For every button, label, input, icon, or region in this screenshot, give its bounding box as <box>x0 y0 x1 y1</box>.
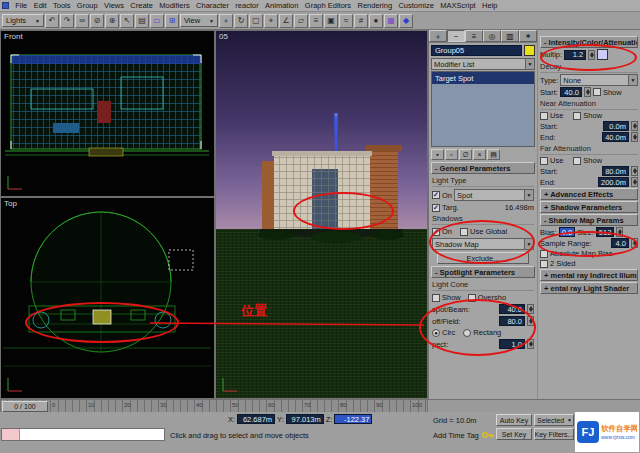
configure-modifier-sets-icon[interactable]: ▤ <box>487 149 500 160</box>
rollout-shadow-parameters[interactable]: + Shadow Parameters <box>540 201 638 213</box>
bias-field[interactable]: 0.0 <box>559 227 575 237</box>
move-icon[interactable]: ＋ <box>219 14 233 28</box>
maxscript-macro-cell[interactable] <box>2 429 20 440</box>
menu-customize[interactable]: Customize <box>395 1 437 10</box>
y-coordinate-field[interactable]: 97.013m <box>286 414 324 424</box>
far-end-spinner[interactable] <box>631 177 638 187</box>
quick-render-icon[interactable]: ◆ <box>399 14 413 28</box>
light-type-dropdown[interactable]: Spot ▼ <box>454 189 534 201</box>
menu-tools[interactable]: Tools <box>50 1 74 10</box>
set-key-button[interactable]: Set Key <box>496 428 532 440</box>
sample-range-spinner[interactable] <box>631 238 638 248</box>
far-start-field[interactable]: 80.0m <box>602 166 629 176</box>
rollout-mental-ray-shader[interactable]: + ental ray Light Shader <box>540 282 638 294</box>
overshoot-checkbox[interactable] <box>468 294 476 302</box>
make-unique-icon[interactable]: ∅ <box>459 149 472 160</box>
auto-key-button[interactable]: Auto Key <box>496 414 532 426</box>
keyboard-override-key-icon[interactable] <box>482 430 494 440</box>
selection-set-dropdown[interactable]: Selected ▼ <box>534 414 574 426</box>
viewport-front[interactable]: Front <box>0 30 215 197</box>
use-global-checkbox[interactable] <box>460 228 468 236</box>
window-crossing-icon[interactable]: ⊞ <box>165 14 179 28</box>
absolute-map-bias-checkbox[interactable] <box>540 250 548 258</box>
bind-spacewarp-icon[interactable]: ⊕ <box>105 14 119 28</box>
aspect-spinner[interactable] <box>527 339 534 349</box>
render-setup-icon[interactable]: ▦ <box>384 14 398 28</box>
time-slider[interactable]: 0 / 100 <box>2 401 48 412</box>
menu-rendering[interactable]: Rendering <box>354 1 395 10</box>
near-end-field[interactable]: 40.0m <box>602 132 629 142</box>
hotspot-field[interactable]: 40.0 <box>499 304 525 314</box>
far-end-field[interactable]: 200.0m <box>598 177 629 187</box>
modify-tab[interactable]: ~ <box>447 30 465 42</box>
mirror-icon[interactable]: ▱ <box>294 14 308 28</box>
selection-filter-dropdown[interactable]: Lights ▼ <box>2 14 44 27</box>
menu-group[interactable]: Group <box>74 1 101 10</box>
two-sided-checkbox[interactable] <box>540 260 548 268</box>
display-tab[interactable]: ▥ <box>501 30 519 42</box>
menu-edit[interactable]: Edit <box>30 1 49 10</box>
object-color-swatch[interactable] <box>524 45 535 56</box>
shadows-on-checkbox[interactable]: ✓ <box>432 228 440 236</box>
falloff-field[interactable]: 80.0 <box>499 316 525 326</box>
menu-create[interactable]: Create <box>127 1 156 10</box>
sample-range-field[interactable]: 4.0 <box>611 238 629 248</box>
rotate-icon[interactable]: ↻ <box>234 14 248 28</box>
create-tab[interactable]: ＋ <box>429 30 447 42</box>
rollout-spotlight-parameters[interactable]: - Spotlight Parameters <box>431 266 535 278</box>
rectangle-radio[interactable] <box>463 329 471 337</box>
scale-icon[interactable]: ▢ <box>249 14 263 28</box>
menu-file[interactable]: File <box>12 1 30 10</box>
show-end-result-icon[interactable]: ▫ <box>445 149 458 160</box>
shadow-type-dropdown[interactable]: Shadow Map ▼ <box>432 238 534 250</box>
exclude-button[interactable]: Exclude... <box>437 252 529 264</box>
add-time-tag[interactable]: Add Time Tag <box>433 431 479 440</box>
menu-graph-editors[interactable]: Graph Editors <box>302 1 355 10</box>
schematic-view-icon[interactable]: # <box>354 14 368 28</box>
falloff-spinner[interactable] <box>527 316 534 326</box>
viewport-top[interactable]: Top <box>0 197 215 399</box>
stack-item-target-spot[interactable]: Target Spot <box>432 72 534 84</box>
show-cone-checkbox[interactable] <box>432 294 440 302</box>
near-show-checkbox[interactable] <box>573 112 581 120</box>
hotspot-spinner[interactable] <box>527 304 534 314</box>
object-name-field[interactable]: Group05 <box>431 45 522 56</box>
select-object-icon[interactable]: ↖ <box>120 14 134 28</box>
x-coordinate-field[interactable]: 62.687m <box>237 414 275 424</box>
near-end-spinner[interactable] <box>631 132 638 142</box>
targeted-checkbox[interactable]: ✓ <box>432 204 440 212</box>
select-by-name-icon[interactable]: ▤ <box>135 14 149 28</box>
decay-start-field[interactable]: 40.0 <box>560 87 582 97</box>
menu-character[interactable]: Character <box>193 1 232 10</box>
rollout-intensity-color-attenuation[interactable]: - Intensity/Color/Attenuation <box>540 36 638 48</box>
aspect-field[interactable]: 1.0 <box>499 339 525 349</box>
pin-stack-icon[interactable]: ▪ <box>431 149 444 160</box>
menu-help[interactable]: Help <box>479 1 501 10</box>
circle-radio[interactable]: ● <box>432 329 440 337</box>
undo-icon[interactable]: ↶ <box>45 14 59 28</box>
menu-maxscript[interactable]: MAXScript <box>437 1 479 10</box>
menu-views[interactable]: Views <box>101 1 127 10</box>
modifier-list-dropdown[interactable]: Modifier List ▼ <box>431 58 535 70</box>
size-field[interactable]: 512 <box>596 227 615 237</box>
decay-start-spinner[interactable] <box>584 87 591 97</box>
far-show-checkbox[interactable] <box>573 157 581 165</box>
material-editor-icon[interactable]: ● <box>369 14 383 28</box>
region-rectangle-icon[interactable]: ▭ <box>150 14 164 28</box>
redo-icon[interactable]: ↷ <box>60 14 74 28</box>
menu-reactor[interactable]: reactor <box>232 1 262 10</box>
reference-coordinate-dropdown[interactable]: View ▼ <box>180 14 218 27</box>
viewport-camera[interactable]: 05 <box>215 30 428 399</box>
curve-editor-icon[interactable]: ≈ <box>339 14 353 28</box>
rollout-shadow-map-params[interactable]: - Shadow Map Params <box>540 214 638 226</box>
layer-manager-icon[interactable]: ▣ <box>324 14 338 28</box>
near-start-spinner[interactable] <box>631 121 638 131</box>
utilities-tab[interactable]: ✶ <box>519 30 537 42</box>
size-spinner[interactable] <box>616 227 623 237</box>
use-pivot-icon[interactable]: ⌖ <box>264 14 278 28</box>
multiplier-field[interactable]: 1.2 <box>564 50 586 60</box>
select-link-icon[interactable]: ∞ <box>75 14 89 28</box>
near-start-field[interactable]: 0.0m <box>603 121 629 131</box>
angle-snap-icon[interactable]: ∠ <box>279 14 293 28</box>
menu-animation[interactable]: Animation <box>262 1 302 10</box>
